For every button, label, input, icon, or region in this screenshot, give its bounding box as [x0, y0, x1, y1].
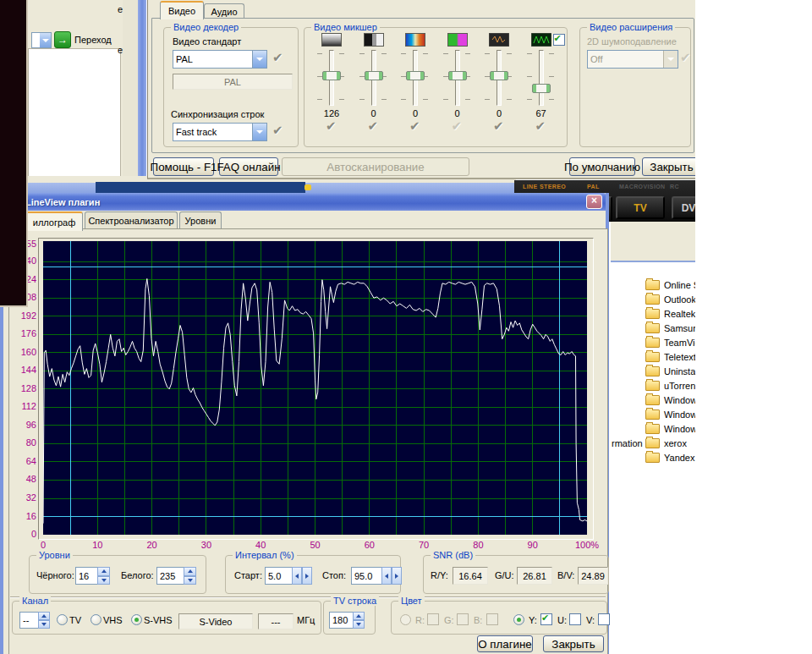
slider-thumb[interactable] [532, 84, 551, 93]
slider-thumb[interactable] [490, 71, 508, 80]
slider-value: 0 [436, 108, 480, 118]
contrast-icon [364, 33, 384, 47]
white-level-input[interactable]: 235 [156, 567, 186, 585]
autoscan-button: Автосканирование [282, 157, 469, 176]
black-level-input[interactable]: 16 [75, 567, 100, 585]
snr-gu-label: G/U: [495, 570, 514, 580]
folder-item[interactable]: Uninstal [611, 364, 695, 378]
snr-ry-label: R/Y: [431, 570, 448, 580]
black-level-stepper[interactable] [97, 567, 110, 585]
faq-button[interactable]: FAQ онлайн [219, 157, 278, 176]
dv-button[interactable]: DV [672, 196, 695, 219]
slider-thumb[interactable] [448, 71, 467, 80]
y-axis-tick: 32 [14, 492, 36, 503]
folder-item[interactable]: uTorren [611, 378, 695, 393]
white-level-stepper[interactable] [184, 567, 196, 585]
x-axis-tick: 50 [299, 540, 332, 550]
folder-item[interactable]: Outlook [611, 292, 695, 306]
start-input[interactable]: 5.0 [265, 567, 294, 585]
start-stepper[interactable] [292, 567, 312, 585]
folder-item[interactable]: Online S [611, 278, 695, 292]
y-axis-tick: 192 [14, 311, 36, 321]
channel-enable-checkbox[interactable] [553, 34, 565, 46]
slider-thumb[interactable] [406, 71, 425, 80]
apply-check-icon[interactable]: ✔ [272, 50, 283, 65]
video-extensions-group: Видео расширения 2D шумоподавление Off ✔ [579, 27, 691, 147]
noise-reduction-label: 2D шумоподавление [587, 36, 677, 47]
lineview-titlebar[interactable]: LineView плагин × [3, 193, 606, 211]
apply-check-icon[interactable]: ✔ [409, 118, 420, 134]
folder-item[interactable]: Window [611, 407, 695, 421]
folder-item[interactable]: Samsun [611, 321, 695, 335]
radio-rgb [400, 614, 411, 625]
x-axis-tick: 20 [135, 540, 169, 550]
tab-levels[interactable]: Уровни [179, 212, 222, 229]
folder-item[interactable]: Window [611, 421, 695, 436]
u-checkbox[interactable] [569, 613, 581, 625]
apply-check-icon[interactable]: ✔ [493, 118, 504, 134]
tv-line-stepper[interactable] [353, 612, 365, 629]
radio-vhs[interactable] [91, 614, 102, 625]
stop-label: Стоп: [322, 570, 346, 580]
channel-number-stepper[interactable] [38, 612, 50, 629]
sync-select[interactable]: Fast track [173, 123, 267, 141]
apply-check-icon[interactable]: ✔ [272, 123, 283, 138]
apply-check-icon[interactable]: ✔ [326, 118, 337, 134]
black-window-fragment [0, 0, 28, 307]
tab-spectrum-analyzer[interactable]: Спектроанализатор [85, 212, 178, 229]
y-axis-tick: 176 [14, 328, 36, 338]
folder-item[interactable]: TeamVie [611, 335, 695, 349]
video-standard-select[interactable]: PAL [173, 50, 267, 69]
slider-thumb[interactable] [322, 71, 341, 80]
interval-group: Интервал (%) Старт: 5.0 Стоп: 95.0 [225, 555, 401, 594]
defaults-button[interactable]: По умолчанию [569, 157, 635, 176]
levels-group: Уровни Чёрного: 16 Белого: 235 [29, 555, 206, 594]
right-white-window [695, 0, 812, 654]
close-button[interactable]: Закрыть [642, 157, 695, 176]
mixer-channel-4: 0✔ [436, 28, 480, 141]
close-plugin-button[interactable]: Закрыть [543, 635, 604, 652]
folder-item[interactable]: Realtek [611, 306, 695, 321]
v-label: V: [586, 615, 595, 625]
folder-icon [645, 294, 660, 305]
close-icon[interactable]: × [586, 195, 602, 209]
frequency-unit-label: МГц [297, 615, 315, 625]
folder-item[interactable]: Yandex [611, 450, 695, 464]
hue-icon [447, 33, 468, 47]
help-button[interactable]: Помощь - F1 [153, 157, 214, 176]
slider-track[interactable] [539, 50, 544, 106]
stop-stepper[interactable] [381, 567, 402, 585]
sync-label: Синхронизация строк [171, 109, 264, 119]
go-button[interactable]: → [54, 31, 71, 48]
y-axis-tick: 144 [14, 365, 36, 375]
slider-thumb[interactable] [365, 71, 383, 80]
chevron-down-icon[interactable] [252, 124, 266, 140]
folder-icon [645, 280, 660, 290]
apply-check-icon[interactable]: ✔ [452, 118, 463, 134]
app-icon-fragment [304, 184, 311, 190]
chevron-down-icon[interactable] [252, 51, 266, 68]
about-plugin-button[interactable]: О плагине [477, 635, 533, 652]
y-checkbox[interactable] [540, 613, 552, 625]
tv-button[interactable]: TV [616, 196, 665, 219]
apply-check-icon[interactable]: ✔ [535, 118, 546, 134]
folder-icon [645, 338, 660, 348]
black-level-label: Чёрного: [36, 570, 74, 580]
apply-check-icon[interactable]: ✔ [368, 118, 379, 134]
tab-audio[interactable]: Аудио [204, 3, 244, 19]
folder-item[interactable]: Teletext [611, 349, 695, 364]
stop-input[interactable]: 95.0 [351, 567, 384, 585]
tv-line-input[interactable]: 180 [329, 612, 355, 629]
radio-svhs[interactable] [131, 614, 142, 625]
clipped-text-fragment: е [118, 45, 123, 55]
tab-video[interactable]: Видео [160, 1, 204, 19]
mixer-channel-1: 126✔ [310, 28, 354, 141]
folder-item[interactable]: Window [611, 393, 695, 407]
white-level-label: Белого: [121, 570, 154, 580]
address-dropdown[interactable] [31, 32, 52, 48]
v-checkbox[interactable] [598, 613, 610, 625]
lineview-window: LineView плагин × иллограф Спектроанализ… [0, 193, 609, 654]
tab-oscillograph[interactable]: иллограф [25, 212, 83, 231]
radio-tv[interactable] [57, 614, 68, 625]
radio-yuv[interactable] [513, 614, 524, 625]
